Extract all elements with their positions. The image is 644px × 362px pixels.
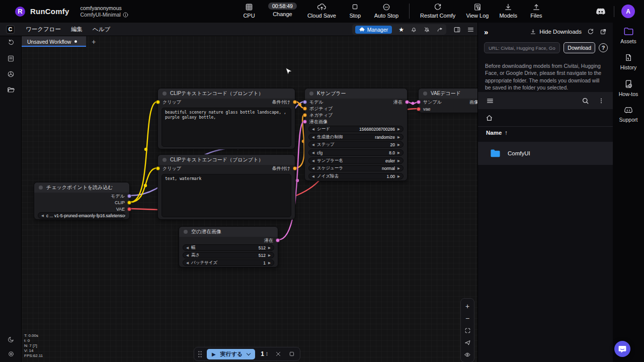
menu-help[interactable]: ヘルプ [88,26,115,33]
rail-item-assets[interactable]: Assets [613,23,644,49]
files-button[interactable]: Files [528,3,545,19]
node-ksampler[interactable]: Kサンプラー モデル ポジティブ ネガティブ 潜在画像 潜在 ◀シード 1566… [304,88,408,181]
settings-gear-icon[interactable] [0,346,22,361]
widget-height[interactable]: ◀高さ 512▶ [183,252,274,258]
download-button[interactable]: Download [564,42,595,53]
prompt-text-positive[interactable]: beautiful scenery nature glass bottle la… [162,108,291,147]
output-conditioning[interactable]: 条件付け [272,99,297,105]
hamburger-menu-icon[interactable] [467,26,474,33]
node-vae-decode[interactable]: VAEデコード サンプル vae 画像 [418,88,477,113]
node-clip-text-encode-positive[interactable]: CLIPテキストエンコード（プロンプト） クリップ 条件付け beautiful… [157,88,295,149]
run-options-chevron-icon[interactable] [247,351,251,355]
open-external-icon[interactable] [600,28,607,35]
view-log-button[interactable]: View Log [466,3,489,19]
support-chat-bubble[interactable] [614,341,630,357]
drag-handle[interactable] [198,350,202,358]
stop-button[interactable]: Stop [347,3,364,19]
avatar[interactable]: A [621,5,635,18]
widget-batch-size[interactable]: ◀バッチサイズ 1▶ [183,259,274,266]
stepper-carets[interactable]: ▲▼ [266,351,268,356]
bell-alt-icon[interactable] [424,26,430,33]
runcomfy-logo[interactable]: R [15,7,25,17]
collapse-dot[interactable] [39,186,43,190]
output-image[interactable]: 画像 [469,99,477,105]
prompt-text-negative[interactable]: text, watermark [162,174,291,217]
theme-moon-icon[interactable] [0,332,22,346]
info-icon[interactable] [123,12,128,18]
stop-run-icon[interactable] [287,351,296,357]
output-vae[interactable]: VAE [116,206,131,212]
change-plan-button[interactable]: 00:58:49 Change [268,3,297,17]
kebab-menu-icon[interactable] [598,97,605,105]
zoom-in-button[interactable]: + [460,300,474,312]
input-model[interactable]: モデル [303,99,324,105]
node-empty-latent-image[interactable]: 空の潜在画像 潜在 ◀幅 512▶ ◀高さ 512▶ ◀バッチサイズ 1▶ [179,226,278,267]
rail-item-history[interactable]: History [613,49,644,75]
widget-denoise[interactable]: ◀ノイズ除去 1.00▶ [308,173,404,179]
discord-icon[interactable] [595,7,607,16]
zoom-out-button[interactable]: − [460,312,474,324]
widget-seed[interactable]: ◀シード 156680208700286▶ [308,126,404,132]
download-url-input[interactable] [484,42,560,53]
hide-downloads-button[interactable]: Hide Downloads [530,29,582,35]
rail-item-howtos[interactable]: How-tos [613,75,644,102]
share-icon[interactable] [437,26,443,33]
help-icon[interactable]: ? [599,43,608,52]
file-row-comfyui[interactable]: ComfyUI [478,142,613,165]
collapse-dot[interactable] [163,92,167,96]
run-button[interactable]: ▶ 実行する [207,349,255,359]
column-header-name[interactable]: Name ↑ [486,130,508,136]
ckpt-name-widget[interactable]: ◀c ... v1-5-pruned-emaonly-fp16.safetens… [38,212,126,219]
widget-sampler-name[interactable]: ◀サンプラー名 euler▶ [308,157,404,164]
node-library-icon[interactable] [0,51,22,66]
fit-view-button[interactable] [460,324,474,336]
manager-button[interactable]: Manager [355,26,392,34]
tab-unsaved-workflow[interactable]: Unsaved Workflow [22,36,86,47]
output-latent[interactable]: 潜在 [393,99,409,105]
search-icon[interactable] [582,97,589,105]
rail-item-support[interactable]: Support [613,102,644,127]
node-canvas[interactable]: Unsaved Workflow + チェックポイントを読み込む モデル CLI… [22,36,477,362]
widget-width[interactable]: ◀幅 512▶ [183,244,274,251]
comfyui-logo[interactable]: C [6,25,15,34]
output-clip[interactable]: CLIP [115,200,131,206]
input-vae[interactable]: vae [417,106,431,112]
collapse-dot[interactable] [309,92,313,96]
input-latent-image[interactable]: 潜在画像 [303,119,328,125]
menu-workflow[interactable]: ワークフロー [21,26,66,33]
star-icon[interactable]: ★ [398,27,404,33]
batch-count-stepper[interactable]: 1 ▲▼ [260,350,269,357]
widget-scheduler[interactable]: ◀スケジューラ normal▶ [308,165,404,171]
output-latent[interactable]: 潜在 [264,237,280,243]
model-library-icon[interactable] [0,67,22,81]
output-conditioning[interactable]: 条件付け [272,165,297,171]
auto-stop-button[interactable]: OFF Auto Stop [374,3,398,19]
output-model[interactable]: モデル [111,193,131,199]
cpu-button[interactable]: CPU [240,3,258,19]
clear-queue-icon[interactable] [274,351,283,357]
workflows-folder-icon[interactable] [0,82,22,97]
restart-comfy-button[interactable]: Restart Comfy [420,3,455,19]
input-samples[interactable]: サンプル [417,99,442,105]
select-mode-button[interactable] [460,336,474,348]
input-positive[interactable]: ポジティブ [303,106,333,112]
refresh-icon[interactable] [587,28,594,35]
collapse-dot[interactable] [423,92,427,96]
widget-cfg[interactable]: ◀cfg 8.0▶ [308,149,404,156]
menu-icon[interactable] [486,97,494,105]
workflow-history-icon[interactable] [0,36,22,47]
widget-steps[interactable]: ◀ステップ 20▶ [308,141,404,148]
node-clip-text-encode-negative[interactable]: CLIPテキストエンコード（プロンプト） クリップ 条件付け text, wat… [157,154,295,220]
cloud-save-button[interactable]: Cloud Save [307,3,336,19]
input-clip[interactable]: クリップ [156,99,181,105]
input-clip[interactable]: クリップ [156,165,181,171]
home-icon[interactable] [486,114,493,122]
input-negative[interactable]: ネガティブ [303,112,333,118]
collapse-panel-icon[interactable]: » [484,28,487,36]
menu-edit[interactable]: 編集 [66,26,88,33]
toggle-panel-icon[interactable] [453,26,461,33]
new-workflow-button[interactable]: + [86,36,101,47]
widget-control-after-generate[interactable]: ◀生成後の制御 randomize▶ [308,134,404,140]
collapse-dot[interactable] [184,230,188,234]
bell-icon[interactable] [411,26,417,33]
